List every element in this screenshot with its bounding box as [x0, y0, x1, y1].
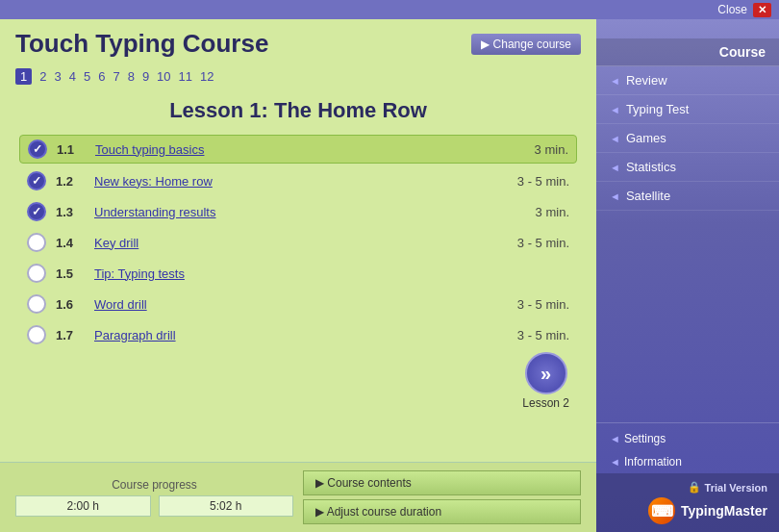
sidebar-item-settings[interactable]: ◄ Settings: [596, 427, 779, 450]
trial-version: 🔒 Trial Version: [688, 481, 767, 494]
duration-1-1: 3 min.: [535, 142, 568, 157]
arrow-icon-settings: ◄: [610, 433, 620, 444]
sidebar-course-header: Course: [596, 38, 779, 66]
arrow-icon-statistics: ◄: [610, 162, 620, 173]
brand-name: ⌨ TypingMaster: [648, 497, 767, 524]
lesson-item-1-4[interactable]: 1.4 Key drill 3 - 5 min.: [19, 229, 577, 256]
check-1-2: ✓: [27, 171, 46, 190]
sidebar-label-games: Games: [626, 131, 666, 145]
num-1-6: 1.6: [56, 297, 85, 312]
lesson-item-1-5[interactable]: 1.5 Tip: Typing tests: [19, 260, 577, 287]
sidebar-label-typing-test: Typing Test: [626, 102, 690, 116]
next-lesson-button[interactable]: »: [525, 352, 567, 394]
lock-icon: 🔒: [688, 481, 701, 494]
duration-1-6: 3 - 5 min.: [517, 297, 569, 312]
arrow-icon-typing: ◄: [610, 104, 620, 115]
lesson-item-1-7[interactable]: 1.7 Paragraph drill 3 - 5 min.: [19, 321, 577, 348]
lesson-nav-8[interactable]: 8: [128, 69, 135, 84]
check-1-6: [27, 294, 46, 314]
link-1-3[interactable]: Understanding results: [94, 205, 526, 219]
arrow-icon-satellite: ◄: [610, 190, 620, 202]
num-1-5: 1.5: [56, 266, 85, 281]
time-total: 5:02 h: [159, 495, 294, 517]
lesson-nav: 1 2 3 4 5 6 7 8 9 10 11 12: [0, 64, 596, 89]
close-label: Close: [717, 3, 747, 16]
lesson-nav-5[interactable]: 5: [84, 69, 90, 84]
sidebar-item-typing-test[interactable]: ◄ Typing Test: [596, 95, 779, 124]
lesson-nav-6[interactable]: 6: [98, 69, 105, 84]
course-contents-button[interactable]: ▶ Course contents: [303, 470, 581, 495]
check-1-5: [27, 264, 46, 283]
bottom-bar: Course progress 2:00 h 5:02 h ▶ Course c…: [0, 462, 596, 532]
sidebar-label-satellite: Satellite: [626, 189, 670, 203]
duration-1-2: 3 - 5 min.: [517, 174, 569, 189]
sidebar-top-space: [596, 19, 779, 38]
duration-1-7: 3 - 5 min.: [517, 328, 569, 342]
lesson-nav-9[interactable]: 9: [142, 69, 149, 84]
sidebar-item-satellite[interactable]: ◄ Satellite: [596, 182, 779, 211]
progress-label: Course progress: [15, 478, 293, 492]
progress-values: 2:00 h 5:02 h: [15, 495, 293, 517]
brand-logo: ⌨: [648, 497, 675, 524]
sidebar-brand: 🔒 Trial Version ⌨ TypingMaster: [596, 473, 779, 532]
num-1-3: 1.3: [56, 205, 85, 219]
sidebar-item-information[interactable]: ◄ Information: [596, 450, 779, 473]
sidebar-label-statistics: Statistics: [626, 160, 676, 174]
app-title: Touch Typing Course: [15, 29, 268, 59]
change-course-button[interactable]: ▶ Change course: [471, 34, 581, 55]
app-header: Touch Typing Course ▶ Change course: [0, 19, 596, 64]
check-1-7: [27, 325, 46, 344]
link-1-1[interactable]: Touch typing basics: [95, 142, 525, 157]
lesson-title: Lesson 1: The Home Row: [19, 98, 577, 123]
num-1-2: 1.2: [56, 174, 85, 189]
sidebar-item-review[interactable]: ◄ Review: [596, 66, 779, 95]
lesson-item-1-3[interactable]: ✓ 1.3 Understanding results 3 min.: [19, 198, 577, 225]
adjust-duration-button[interactable]: ▶ Adjust course duration: [303, 499, 581, 524]
sidebar-item-games[interactable]: ◄ Games: [596, 124, 779, 153]
close-button[interactable]: ✕: [753, 3, 771, 17]
lesson-nav-12[interactable]: 12: [200, 69, 214, 84]
link-1-4[interactable]: Key drill: [94, 236, 508, 250]
lesson-nav-10[interactable]: 10: [157, 69, 170, 84]
sidebar-spacer: [596, 211, 779, 418]
arrow-icon-info: ◄: [610, 456, 620, 468]
lesson-nav-7[interactable]: 7: [113, 69, 119, 84]
next-lesson-area: » Lesson 2: [19, 348, 577, 414]
lesson-nav-4[interactable]: 4: [69, 69, 76, 84]
lesson-item-1-1[interactable]: ✓ 1.1 Touch typing basics 3 min.: [19, 135, 577, 164]
check-1-4: [27, 233, 46, 252]
sidebar-item-statistics[interactable]: ◄ Statistics: [596, 153, 779, 182]
sidebar: Course ◄ Review ◄ Typing Test ◄ Games ◄ …: [596, 19, 779, 532]
sidebar-divider: [596, 422, 779, 423]
num-1-7: 1.7: [56, 328, 85, 342]
lesson-list: ✓ 1.1 Touch typing basics 3 min. ✓ 1.2 N…: [19, 135, 577, 348]
bottom-buttons: ▶ Course contents ▶ Adjust course durati…: [303, 470, 581, 524]
lesson-nav-2[interactable]: 2: [39, 69, 46, 84]
check-1-3: ✓: [27, 202, 46, 221]
link-1-5[interactable]: Tip: Typing tests: [94, 266, 560, 281]
progress-section: Course progress 2:00 h 5:02 h: [15, 478, 293, 517]
sidebar-label-info: Information: [624, 455, 682, 469]
lesson-nav-11[interactable]: 11: [179, 69, 192, 84]
top-bar: Close ✕: [0, 0, 779, 19]
num-1-1: 1.1: [57, 142, 86, 157]
arrow-icon-games: ◄: [610, 133, 620, 144]
time-spent: 2:00 h: [15, 495, 151, 517]
link-1-2[interactable]: New keys: Home row: [94, 174, 508, 189]
lesson-nav-1[interactable]: 1: [15, 68, 32, 85]
check-1-1: ✓: [28, 139, 47, 159]
next-lesson-label: Lesson 2: [522, 396, 569, 410]
content-area: Touch Typing Course ▶ Change course 1 2 …: [0, 19, 596, 532]
lesson-item-1-2[interactable]: ✓ 1.2 New keys: Home row 3 - 5 min.: [19, 167, 577, 194]
main-layout: Touch Typing Course ▶ Change course 1 2 …: [0, 19, 779, 532]
lesson-nav-3[interactable]: 3: [54, 69, 61, 84]
sidebar-label-settings: Settings: [624, 432, 666, 445]
duration-1-4: 3 - 5 min.: [517, 236, 569, 250]
sidebar-label-review: Review: [626, 73, 667, 88]
app-wrapper: Close ✕ Touch Typing Course ▶ Change cou…: [0, 0, 779, 532]
link-1-6[interactable]: Word drill: [94, 297, 508, 312]
lesson-content: Lesson 1: The Home Row ✓ 1.1 Touch typin…: [0, 89, 596, 462]
lesson-item-1-6[interactable]: 1.6 Word drill 3 - 5 min.: [19, 291, 577, 317]
duration-1-3: 3 min.: [536, 205, 569, 219]
link-1-7[interactable]: Paragraph drill: [94, 328, 508, 342]
